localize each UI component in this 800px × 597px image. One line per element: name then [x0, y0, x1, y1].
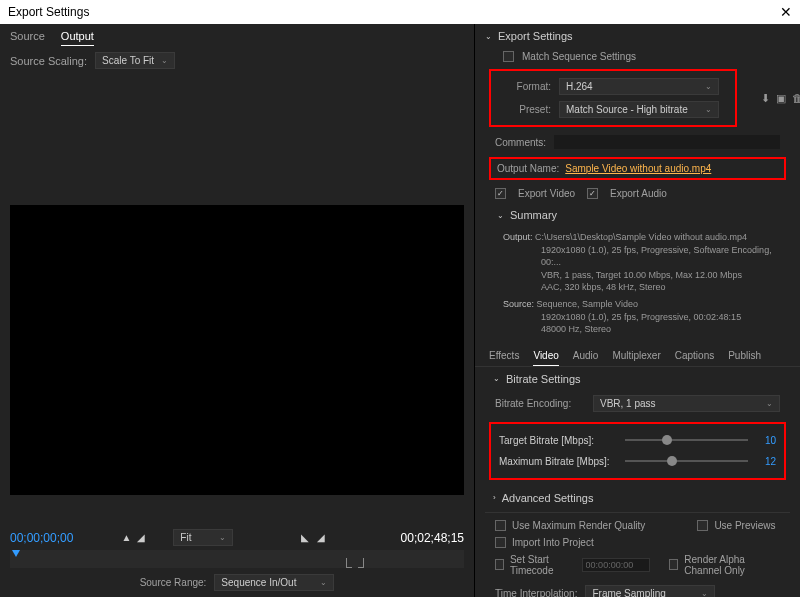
bitrate-encoding-label: Bitrate Encoding: [495, 398, 585, 409]
output-name-link[interactable]: Sample Video without audio.mp4 [565, 163, 711, 174]
summary-label: Summary [510, 209, 557, 221]
tab-captions[interactable]: Captions [675, 350, 714, 366]
save-preset-icon[interactable]: ⬇ [761, 92, 770, 105]
bitrate-encoding-dropdown[interactable]: VBR, 1 pass ⌄ [593, 395, 780, 412]
close-icon[interactable]: ✕ [780, 4, 792, 20]
right-panel: ⌄ Export Settings Match Sequence Setting… [475, 24, 800, 597]
tab-source[interactable]: Source [10, 30, 45, 46]
preset-dropdown[interactable]: Match Source - High bitrate ⌄ [559, 101, 719, 118]
target-bitrate-label: Target Bitrate [Mbps]: [499, 435, 617, 446]
fit-dropdown[interactable]: Fit ⌄ [173, 529, 233, 546]
summary-output-l4: AAC, 320 kbps, 48 kHz, Stereo [503, 281, 780, 294]
format-dropdown[interactable]: H.264 ⌄ [559, 78, 719, 95]
export-audio-checkbox[interactable] [587, 188, 598, 199]
alpha-label: Render Alpha Channel Only [684, 554, 780, 576]
bitrate-header[interactable]: ⌄ Bitrate Settings [475, 367, 800, 391]
match-sequence-row: Match Sequence Settings [475, 48, 800, 65]
collapse-icon: ⌄ [497, 211, 504, 220]
tab-multiplexer[interactable]: Multiplexer [612, 350, 660, 366]
time-interp-label: Time Interpolation: [495, 588, 577, 597]
import-preset-icon[interactable]: ▣ [776, 92, 786, 105]
scaling-dropdown[interactable]: Scale To Fit ⌄ [95, 52, 175, 69]
slider-knob[interactable] [667, 456, 677, 466]
max-bitrate-label: Maximum Bitrate [Mbps]: [499, 456, 617, 467]
export-settings-header[interactable]: ⌄ Export Settings [475, 24, 800, 48]
format-label: Format: [503, 81, 551, 92]
time-interp-dropdown[interactable]: Frame Sampling ⌄ [585, 585, 715, 597]
collapse-icon: ⌄ [485, 32, 492, 41]
match-sequence-label: Match Sequence Settings [522, 51, 636, 62]
tab-output[interactable]: Output [61, 30, 94, 46]
chevron-down-icon: ⌄ [705, 105, 712, 114]
target-bitrate-slider[interactable] [625, 439, 748, 441]
tab-publish[interactable]: Publish [728, 350, 761, 366]
target-bitrate-value[interactable]: 10 [756, 435, 776, 446]
collapse-icon: ⌄ [493, 374, 500, 383]
advanced-label: Advanced Settings [502, 492, 594, 504]
export-audio-label: Export Audio [610, 188, 667, 199]
import-project-checkbox[interactable] [495, 537, 506, 548]
source-range-label: Source Range: [140, 577, 207, 588]
max-render-checkbox[interactable] [495, 520, 506, 531]
chevron-down-icon: ⌄ [705, 82, 712, 91]
scaling-value: Scale To Fit [102, 55, 154, 66]
source-range-row: Source Range: Sequence In/Out ⌄ [0, 568, 474, 597]
max-bitrate-value[interactable]: 12 [756, 456, 776, 467]
source-range-value: Sequence In/Out [221, 577, 296, 588]
summary-source-l3: 48000 Hz, Stereo [503, 323, 780, 336]
comments-input[interactable] [554, 135, 780, 149]
video-preview [10, 205, 464, 495]
timecode-start[interactable]: 00;00;00;00 [10, 531, 73, 545]
set-start-tc-label: Set Start Timecode [510, 554, 576, 576]
summary-source-l2: 1920x1080 (1.0), 25 fps, Progressive, 00… [503, 311, 780, 324]
output-name-row: Output Name: Sample Video without audio.… [489, 157, 786, 180]
preset-value: Match Source - High bitrate [566, 104, 688, 115]
export-video-checkbox[interactable] [495, 188, 506, 199]
source-range-dropdown[interactable]: Sequence In/Out ⌄ [214, 574, 334, 591]
chevron-down-icon: ⌄ [161, 56, 168, 65]
advanced-options: Use Maximum Render Quality Use Previews … [475, 515, 800, 581]
export-settings-label: Export Settings [498, 30, 573, 42]
advanced-header[interactable]: › Advanced Settings [475, 486, 800, 510]
titlebar: Export Settings ✕ [0, 0, 800, 24]
bitrate-sliders: Target Bitrate [Mbps]: 10 Maximum Bitrat… [489, 422, 786, 480]
timecode-end[interactable]: 00;02;48;15 [401, 531, 464, 545]
tab-video[interactable]: Video [533, 350, 558, 366]
set-start-tc-checkbox[interactable] [495, 559, 504, 570]
delete-preset-icon[interactable]: 🗑 [792, 92, 800, 105]
start-tc-input[interactable] [582, 558, 650, 572]
summary-output-l3: VBR, 1 pass, Target 10.00 Mbps, Max 12.0… [503, 269, 780, 282]
match-sequence-checkbox[interactable] [503, 51, 514, 62]
tab-effects[interactable]: Effects [489, 350, 519, 366]
timeline-ruler[interactable] [10, 550, 464, 568]
in-marker[interactable] [346, 558, 352, 568]
tab-audio[interactable]: Audio [573, 350, 599, 366]
max-bitrate-slider[interactable] [625, 460, 748, 462]
out-point-icon[interactable]: ◢ [317, 532, 325, 543]
format-preset-block: Format: H.264 ⌄ Preset: Match Source - H… [489, 69, 737, 127]
export-video-label: Export Video [518, 188, 575, 199]
export-checks-row: Export Video Export Audio [475, 184, 800, 203]
bitrate-encoding-row: Bitrate Encoding: VBR, 1 pass ⌄ [475, 391, 800, 416]
next-icon[interactable]: ◢ [137, 532, 145, 543]
bitrate-label: Bitrate Settings [506, 373, 581, 385]
time-interp-row: Time Interpolation: Frame Sampling ⌄ [475, 581, 800, 597]
in-point-icon[interactable]: ◣ [301, 532, 309, 543]
left-panel: Source Output Source Scaling: Scale To F… [0, 24, 475, 597]
slider-knob[interactable] [662, 435, 672, 445]
out-marker[interactable] [358, 558, 364, 568]
summary-header[interactable]: ⌄ Summary [475, 203, 800, 227]
comments-label: Comments: [495, 137, 546, 148]
use-previews-checkbox[interactable] [697, 520, 708, 531]
preset-actions: ⬇ ▣ 🗑 [761, 92, 800, 105]
time-interp-value: Frame Sampling [592, 588, 665, 597]
summary-block: Output: C:\Users\1\Desktop\Sample Video … [475, 227, 800, 344]
summary-output-path: C:\Users\1\Desktop\Sample Video without … [535, 232, 747, 242]
preview-tabs: Source Output [0, 24, 474, 46]
summary-source-label: Source: [503, 299, 534, 309]
prev-icon[interactable]: ▲ [121, 532, 131, 543]
preview-area [0, 75, 474, 525]
alpha-checkbox[interactable] [669, 559, 678, 570]
preset-label: Preset: [503, 104, 551, 115]
main-container: Source Output Source Scaling: Scale To F… [0, 24, 800, 597]
